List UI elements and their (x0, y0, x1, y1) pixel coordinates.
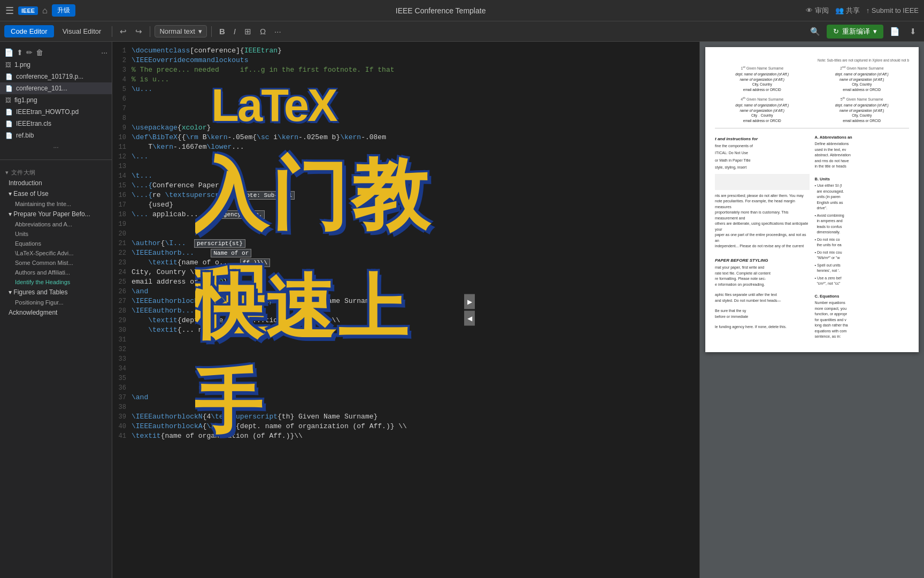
toolbar-separator-2 (150, 26, 150, 37)
menu-icon[interactable]: ☰ (5, 5, 14, 17)
search-button[interactable]: 🔍 (807, 25, 823, 38)
code-editor[interactable]: 1 \documentclass[conference]{IEEEtran} 2… (112, 42, 699, 578)
omega-button[interactable]: Ω (257, 25, 269, 37)
sidebar: 📄 ⬆ ✏ 🗑 ··· 🖼 1.png 📄 conference_101719.… (0, 42, 112, 578)
new-file-icon[interactable]: 📄 (4, 48, 13, 57)
pdf-right-col: A. Abbreviations an Define abbreviations… (815, 133, 910, 341)
outline-item-prepare[interactable]: ▾ Prepare Your Paper Befo... (0, 209, 112, 219)
code-line: 5 \u... (112, 85, 699, 94)
italic-button[interactable]: I (230, 25, 239, 37)
code-line: 31 (112, 335, 699, 345)
sidebar-file-conference2[interactable]: 📄 conference_101... (0, 82, 112, 94)
outline-item-ease[interactable]: ▾ Ease of Use (0, 188, 112, 199)
outline-title-label: 文件大纲 (11, 169, 36, 177)
arrow-right-button[interactable]: ▶ (464, 294, 475, 309)
outline-item-introduction[interactable]: Introduction (0, 178, 112, 188)
expand-icon: ▾ (9, 190, 13, 197)
code-line: 30 \textit{... nization... (112, 325, 699, 335)
file-icon: 📄 (5, 120, 13, 127)
outline-item-units[interactable]: Units (0, 229, 112, 239)
pdf-note: Note: Sub-titles are not captured in Xpl… (715, 58, 909, 63)
upgrade-button[interactable]: 升级 (52, 4, 75, 17)
visual-editor-tab[interactable]: Visual Editor (56, 25, 108, 37)
outline-item-figures[interactable]: ▾ Figures and Tables (0, 287, 112, 298)
file-icon: 🖼 (5, 62, 11, 68)
pdf-icon-button[interactable]: 📄 (887, 25, 903, 38)
file-icon: 📄 (5, 85, 13, 92)
sidebar-more-button[interactable]: ··· (0, 141, 112, 153)
expand-icon: ▾ (9, 288, 13, 296)
code-line: 12 \... (112, 152, 699, 162)
code-line: 3 % The prece... needed if...g in the fi… (112, 65, 699, 75)
code-line: 17 {used} (112, 200, 699, 210)
code-line: 29 \textit{dept. name of org...tion (of … (112, 316, 699, 325)
outline-item-positioning[interactable]: Positioning Figur... (0, 298, 112, 307)
outline-section: ▾ 文件大纲 Introduction ▾ Ease of Use Mainta… (0, 163, 112, 321)
outline-section-title[interactable]: ▾ 文件大纲 (0, 166, 112, 178)
sidebar-divider (0, 159, 112, 160)
sidebar-file-fig1[interactable]: 🖼 fig1.png (0, 94, 112, 106)
code-line: 8 (112, 113, 699, 123)
expand-icon: ▾ (9, 210, 13, 218)
upload-icon[interactable]: ⬆ (17, 48, 23, 57)
code-line: 11 T\kern-.1667em\lower... (112, 142, 699, 152)
redo-button[interactable]: ↪ (132, 25, 145, 38)
file-icon: 📄 (5, 73, 13, 80)
more-button[interactable]: ··· (271, 25, 284, 37)
code-line: 39 \IEEEauthorblockN{4\textsuperscript{t… (112, 412, 699, 422)
file-name: conference_101719.p... (16, 73, 83, 80)
outline-item-authors[interactable]: Authors and Affiliati... (0, 268, 112, 277)
pdf-author-1: 1st Given Name Surname dept. name of org… (715, 65, 810, 93)
sidebar-file-1png[interactable]: 🖼 1.png (0, 59, 112, 71)
ieee-logo[interactable]: IEEE (18, 6, 38, 15)
outline-collapse-icon: ▾ (5, 169, 9, 176)
outline-item-abbreviations[interactable]: Abbreviations and A... (0, 219, 112, 229)
edit-icon[interactable]: ✏ (26, 48, 33, 57)
sidebar-file-conference1[interactable]: 📄 conference_101719.p... (0, 71, 112, 82)
code-line: 18 \... applicab... ng agency here. (112, 210, 699, 219)
code-line: 32 (112, 345, 699, 354)
code-line: 14 \t... (112, 171, 699, 181)
home-icon[interactable]: ⌂ (42, 6, 48, 16)
outline-item-acknowledgment[interactable]: Acknowledgment (0, 307, 112, 318)
outline-item-equations[interactable]: Equations (0, 239, 112, 248)
outline-item-latex[interactable]: \LaTeX-Specific Advi... (0, 248, 112, 258)
text-style-selector[interactable]: Normal text ▾ (155, 25, 206, 37)
editor-toolbar: Code Editor Visual Editor ↩ ↪ Normal tex… (0, 21, 924, 42)
code-line: 34 (112, 364, 699, 374)
sidebar-file-ieeecls[interactable]: 📄 IEEEtran.cls (0, 118, 112, 130)
sidebar-file-refbib[interactable]: 📄 ref.bib (0, 130, 112, 141)
file-name: 1.png (14, 61, 30, 69)
editor-nav-arrows: ▶ ◀ (464, 294, 475, 326)
review-button[interactable]: 👁 审阅 (806, 6, 829, 16)
code-line: 26 \and (112, 287, 699, 296)
outline-item-maintaining[interactable]: Maintaining the Inte... (0, 199, 112, 209)
pdf-content-columns: t and instructions for fine the componen… (715, 133, 909, 341)
toolbar-separator-1 (112, 26, 112, 37)
file-name: IEEEtran_HOWTO.pd (16, 108, 79, 116)
undo-button[interactable]: ↩ (117, 25, 130, 38)
file-name: conference_101... (16, 85, 67, 92)
file-icon: 🖼 (5, 97, 11, 103)
arrow-left-button[interactable]: ◀ (464, 311, 475, 326)
outline-item-mistakes[interactable]: Some Common Mist... (0, 258, 112, 268)
download-button[interactable]: ⬇ (906, 25, 920, 38)
outline-item-headings[interactable]: Identify the Headings (0, 277, 112, 287)
code-line: 4 % is u... (112, 75, 699, 85)
sidebar-file-ieeehowto[interactable]: 📄 IEEEtran_HOWTO.pd (0, 106, 112, 118)
pdf-divider-1 (715, 128, 909, 128)
code-line: 20 (112, 229, 699, 239)
more-files-button[interactable]: ··· (101, 48, 107, 57)
code-line: 16 \...{re \textsuperscript Note: Sub-ti… (112, 191, 699, 200)
pdf-preview: Note: Sub-titles are not captured in Xpl… (699, 42, 924, 578)
code-editor-tab[interactable]: Code Editor (4, 25, 54, 37)
recompile-button[interactable]: ↻ 重新编译 ▾ (827, 25, 883, 39)
pdf-gray-block-1 (715, 174, 810, 190)
share-button[interactable]: 👥 共享 (835, 6, 860, 16)
delete-icon[interactable]: 🗑 (36, 48, 43, 57)
submit-button[interactable]: ↑ Submit to IEEE (866, 6, 919, 14)
bold-button[interactable]: B (216, 25, 228, 37)
table-button[interactable]: ⊞ (241, 25, 255, 38)
toolbar-separator-3 (211, 26, 212, 37)
code-line: 22 \IEEEauthorb... Name of or (112, 248, 699, 258)
